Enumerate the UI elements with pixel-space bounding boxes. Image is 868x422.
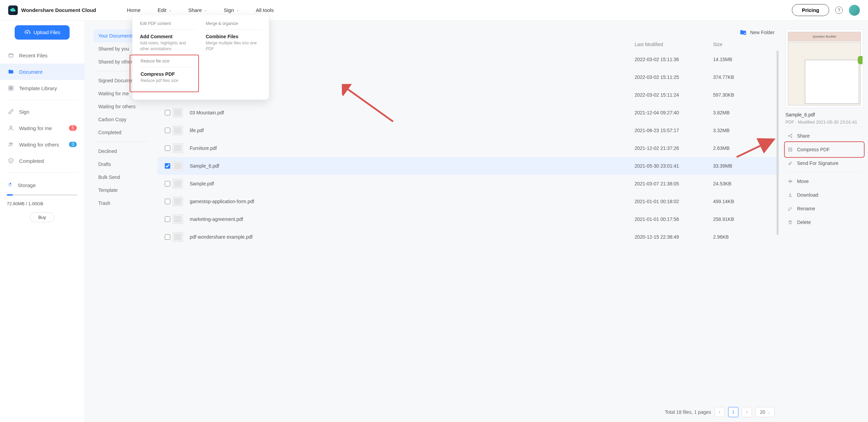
sidebar-sign[interactable]: Sign (0, 103, 84, 120)
cat-declined[interactable]: Declined (93, 145, 151, 158)
file-modified: 2022-03-02 15:11:36 (635, 57, 713, 62)
pricing-button[interactable]: Pricing (792, 4, 829, 16)
pie-icon (7, 182, 13, 189)
file-modified: 2020-12-15 22:38:49 (635, 234, 713, 240)
file-size: 597.30KB (713, 92, 775, 98)
nav-alltools[interactable]: All tools (256, 7, 274, 13)
rp-rename[interactable]: Rename (785, 202, 863, 215)
file-size: 2.63MB (713, 145, 775, 151)
cat-wfo[interactable]: Waiting for others (93, 100, 151, 113)
brand-logo[interactable]: Wondershare Document Cloud (8, 5, 96, 15)
buy-button[interactable]: Buy (30, 212, 54, 222)
nav-home[interactable]: Home (127, 7, 141, 13)
file-thumbnail (173, 197, 183, 206)
sidebar-document[interactable]: Document (0, 64, 84, 80)
cat-completed[interactable]: Completed (93, 126, 151, 139)
pager-perpage[interactable]: 20⌄ (755, 407, 775, 417)
file-modified: 2021-01-01 00:18:02 (635, 199, 713, 204)
cat-drafts[interactable]: Drafts (93, 158, 151, 171)
dd-add-comment[interactable]: Add Comment Add notes, highlights and ot… (140, 34, 196, 52)
file-row[interactable]: marketing-agreement.pdf2021-01-01 00:17:… (158, 210, 779, 228)
dd-compress-pdf[interactable]: Compress PDF Reduce pdf files size (141, 71, 195, 84)
file-row[interactable]: 03 Mountain.pdf2021-12-04 09:27:403.82MB (158, 104, 779, 122)
trash-icon (787, 220, 793, 225)
dd-heading-edit: Edit PDF content (140, 21, 196, 30)
upload-icon (24, 29, 30, 36)
nav-edit[interactable]: Edit⌄ (158, 7, 171, 13)
rp-download[interactable]: Download (785, 188, 863, 202)
rp-move[interactable]: Move (785, 174, 863, 188)
file-row[interactable]: gamestop-application-form.pdf2021-01-01 … (158, 193, 779, 210)
rp-delete[interactable]: Delete (785, 215, 863, 229)
file-thumbnail (173, 214, 183, 224)
file-name: 03 Mountain.pdf (190, 110, 635, 115)
file-thumbnail (173, 126, 183, 135)
upload-button[interactable]: Upload Files (15, 25, 70, 40)
chevron-down-icon: ⌄ (236, 8, 239, 12)
pager-summary: Total 18 files, 1 pages (665, 409, 711, 415)
svg-point-7 (11, 143, 13, 144)
file-size: 3.32MB (713, 128, 775, 133)
file-name: gamestop-application-form.pdf (190, 199, 635, 204)
file-row[interactable]: life.pdf2021-06-23 15:57:173.32MB (158, 122, 779, 139)
avatar[interactable] (849, 5, 860, 16)
sidebar-storage[interactable]: Storage (7, 182, 77, 189)
file-checkbox[interactable] (165, 234, 170, 240)
badge-wfo: 3 (69, 142, 77, 147)
file-checkbox[interactable] (165, 216, 170, 222)
file-size: 33.39MB (713, 163, 775, 169)
pager-prev[interactable]: ‹ (714, 407, 725, 417)
sidebar-templates[interactable]: Template Library (0, 80, 84, 96)
file-checkbox[interactable] (165, 110, 170, 115)
grid-icon (8, 85, 14, 92)
sidebar-completed[interactable]: Completed (0, 153, 84, 169)
new-folder-button[interactable]: New Folder (740, 29, 775, 36)
file-row[interactable]: Sample.pdf2021-03-07 21:38:0524.53KB (158, 175, 779, 193)
file-row[interactable]: Sample_6.pdf2021-05-30 23:01:4133.39MB (158, 157, 779, 175)
pager-next[interactable]: › (742, 407, 752, 417)
file-thumbnail (173, 108, 183, 117)
cat-carbon[interactable]: Carbon Copy (93, 113, 151, 126)
rp-share[interactable]: Share (785, 129, 863, 143)
nav-share[interactable]: Share⌄ (188, 7, 207, 13)
file-modified: 2021-12-04 09:27:40 (635, 110, 713, 115)
sidebar-recent-files[interactable]: Recent Files (0, 47, 84, 64)
file-name: life.pdf (190, 128, 635, 133)
rp-compress-pdf[interactable]: Compress PDF (785, 143, 863, 156)
file-checkbox[interactable] (165, 181, 170, 186)
rp-send-signature[interactable]: Send For Signature (785, 156, 863, 170)
file-size: 14.15MB (713, 57, 775, 62)
rp-meta: PDF · Modified 2021-05-30 23:01:41 (785, 119, 863, 125)
file-checkbox[interactable] (165, 163, 170, 169)
file-row[interactable]: Furniture.pdf2021-12-02 21:37:262.63MB (158, 139, 779, 157)
file-row[interactable]: pdf wondershare example.pdf2020-12-15 22… (158, 228, 779, 246)
file-checkbox[interactable] (165, 199, 170, 204)
file-thumbnail (173, 161, 183, 171)
sidebar-waiting-for-others[interactable]: Waiting for others3 (0, 136, 84, 153)
user-icon (8, 125, 14, 131)
cat-bulk[interactable]: Bulk Send (93, 171, 151, 184)
cat-trash[interactable]: Trash (93, 197, 151, 210)
pen-icon (8, 108, 14, 115)
col-size[interactable]: Size (713, 42, 775, 47)
file-name: Sample_6.pdf (190, 163, 635, 169)
file-modified: 2021-12-02 21:37:26 (635, 145, 713, 151)
file-checkbox[interactable] (165, 128, 170, 133)
chevron-down-icon: ⌄ (169, 8, 171, 12)
preview-thumbnail: Question Booklet (785, 29, 863, 108)
download-icon (787, 192, 793, 198)
help-icon[interactable]: ? (835, 6, 843, 14)
file-checkbox[interactable] (165, 145, 170, 151)
file-size: 3.82MB (713, 110, 775, 115)
nav-sign[interactable]: Sign⌄ (224, 7, 239, 13)
col-last-modified[interactable]: Last Modified (635, 42, 713, 47)
folder-plus-icon (740, 29, 747, 36)
svg-rect-1 (9, 86, 11, 88)
cat-template[interactable]: Template (93, 184, 151, 197)
scrollbar[interactable] (777, 51, 779, 235)
dd-combine-files[interactable]: Combine Files Merge multiple files into … (206, 34, 261, 52)
sidebar-waiting-for-me[interactable]: Waiting for me5 (0, 120, 84, 136)
clock-icon (8, 52, 14, 59)
file-thumbnail (173, 143, 183, 153)
pager-current[interactable]: 1 (728, 407, 738, 417)
